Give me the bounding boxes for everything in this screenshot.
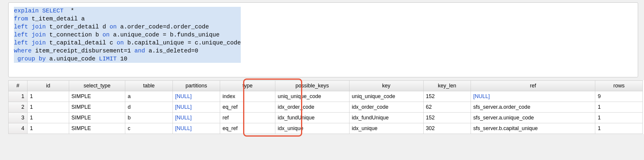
col-header-rows[interactable]: rows <box>595 81 643 91</box>
cell-key_len[interactable]: 62 <box>423 102 471 113</box>
cell-table[interactable]: b <box>125 113 173 123</box>
cell-id[interactable]: 1 <box>27 123 69 134</box>
cell-select_type[interactable]: SIMPLE <box>69 123 125 134</box>
cell-ref[interactable]: sfs_server.a.unique_code <box>471 113 595 123</box>
cell-key_len[interactable]: 302 <box>423 123 471 134</box>
cell-type[interactable]: eq_ref <box>220 123 275 134</box>
cell-partitions[interactable]: [NULL] <box>173 123 220 134</box>
cell-possible_keys[interactable]: uniq_unique_code <box>275 91 349 102</box>
cell-ref[interactable]: sfs_server.a.order_code <box>471 102 595 113</box>
cell-table[interactable]: d <box>125 102 173 113</box>
col-header-table[interactable]: table <box>125 81 173 91</box>
cell-key[interactable]: idx_order_code <box>349 102 423 113</box>
cell-partitions[interactable]: [NULL] <box>173 102 220 113</box>
cell-possible_keys[interactable]: idx_fundUnique <box>275 113 349 123</box>
col-header-possible_keys[interactable]: possible_keys <box>275 81 349 91</box>
cell-rows[interactable]: 9 <box>595 91 643 102</box>
col-header-select_type[interactable]: select_type <box>69 81 125 91</box>
cell-key[interactable]: idx_fundUnique <box>349 113 423 123</box>
table-row[interactable]: 21SIMPLEd[NULL]eq_refidx_order_codeidx_o… <box>9 102 643 113</box>
cell-id[interactable]: 1 <box>27 91 69 102</box>
cell-partitions[interactable]: [NULL] <box>173 91 220 102</box>
cell-ref[interactable]: sfs_server.b.capital_unique <box>471 123 595 134</box>
cell-select_type[interactable]: SIMPLE <box>69 102 125 113</box>
cell-select_type[interactable]: SIMPLE <box>69 113 125 123</box>
sql-editor-panel: explain SELECT *from t_item_detail aleft… <box>8 2 638 77</box>
cell-partitions[interactable]: [NULL] <box>173 113 220 123</box>
cell-type[interactable]: index <box>220 91 275 102</box>
cell-rows[interactable]: 1 <box>595 102 643 113</box>
col-header-key_len[interactable]: key_len <box>423 81 471 91</box>
col-header-partitions[interactable]: partitions <box>173 81 220 91</box>
results-panel: # id select_type table partitions type p… <box>8 80 644 134</box>
cell-n[interactable]: 3 <box>9 113 27 123</box>
table-row[interactable]: 11SIMPLEa[NULL]indexuniq_unique_codeuniq… <box>9 91 643 102</box>
cell-key[interactable]: uniq_unique_code <box>349 91 423 102</box>
cell-rows[interactable]: 1 <box>595 123 643 134</box>
cell-n[interactable]: 1 <box>9 91 27 102</box>
cell-key_len[interactable]: 152 <box>423 113 471 123</box>
table-header-row: # id select_type table partitions type p… <box>9 81 643 91</box>
cell-n[interactable]: 2 <box>9 102 27 113</box>
cell-key_len[interactable]: 152 <box>423 91 471 102</box>
col-header-id[interactable]: id <box>27 81 69 91</box>
table-row[interactable]: 31SIMPLEb[NULL]refidx_fundUniqueidx_fund… <box>9 113 643 123</box>
cell-select_type[interactable]: SIMPLE <box>69 91 125 102</box>
cell-table[interactable]: a <box>125 91 173 102</box>
col-header-ref[interactable]: ref <box>471 81 595 91</box>
cell-n[interactable]: 4 <box>9 123 27 134</box>
col-header-type[interactable]: type <box>220 81 275 91</box>
cell-rows[interactable]: 1 <box>595 113 643 123</box>
cell-type[interactable]: eq_ref <box>220 102 275 113</box>
cell-ref[interactable]: [NULL] <box>471 91 595 102</box>
cell-possible_keys[interactable]: idx_unique <box>275 123 349 134</box>
cell-id[interactable]: 1 <box>27 113 69 123</box>
cell-possible_keys[interactable]: idx_order_code <box>275 102 349 113</box>
table-row[interactable]: 41SIMPLEc[NULL]eq_refidx_uniqueidx_uniqu… <box>9 123 643 134</box>
sql-editor[interactable]: explain SELECT *from t_item_detail aleft… <box>14 7 241 63</box>
cell-key[interactable]: idx_unique <box>349 123 423 134</box>
cell-table[interactable]: c <box>125 123 173 134</box>
cell-id[interactable]: 1 <box>27 102 69 113</box>
col-header-key[interactable]: key <box>349 81 423 91</box>
explain-results-table: # id select_type table partitions type p… <box>8 80 643 134</box>
col-header-rownum[interactable]: # <box>9 81 27 91</box>
cell-type[interactable]: ref <box>220 113 275 123</box>
